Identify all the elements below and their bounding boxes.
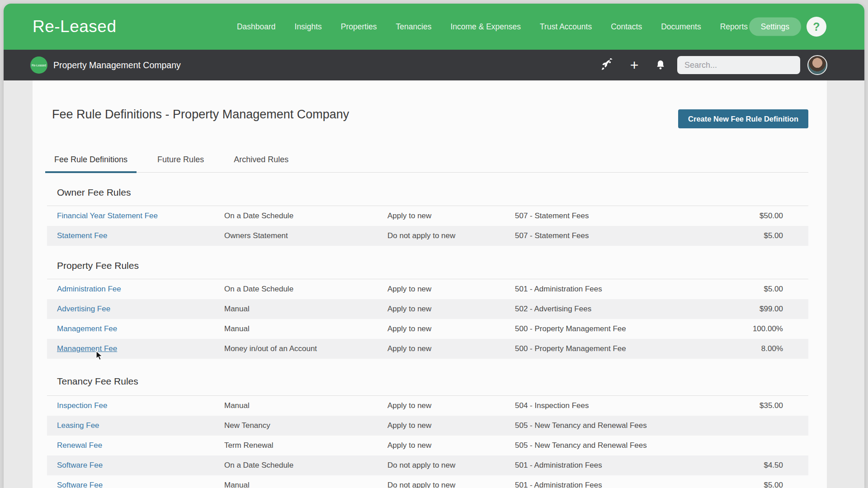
account-cell: 505 - New Tenancy and Renewal Fees [505, 441, 718, 450]
fee-rule-link[interactable]: Management Fee [57, 324, 117, 333]
apply-mode-cell: Apply to new [377, 441, 505, 450]
amount-cell: $99.00 [718, 305, 808, 314]
fee-rule-link[interactable]: Statement Fee [57, 231, 108, 240]
apply-mode-cell: Apply to new [377, 421, 505, 430]
account-cell: 507 - Statement Fees [505, 211, 718, 221]
amount-cell: $5.00 [718, 231, 808, 240]
fee-rule-row: Management FeeMoney in/out of an Account… [47, 339, 808, 359]
fee-rule-row: Inspection FeeManualApply to new504 - In… [47, 396, 808, 416]
nav-item-trust-accounts[interactable]: Trust Accounts [540, 22, 592, 32]
fee-type-cell: New Tenancy [214, 421, 377, 430]
apply-mode-cell: Apply to new [377, 285, 505, 294]
account-cell: 507 - Statement Fees [505, 231, 718, 240]
account-cell: 501 - Administration Fees [505, 461, 718, 470]
fee-rule-link[interactable]: Administration Fee [57, 285, 121, 293]
rocket-icon[interactable] [599, 57, 615, 73]
apply-mode-cell: Do not apply to new [377, 481, 505, 488]
fee-name-cell: Inspection Fee [47, 401, 214, 410]
fee-rule-link[interactable]: Software Fee [57, 461, 103, 469]
fee-rule-link[interactable]: Advertising Fee [57, 305, 110, 313]
nav-item-properties[interactable]: Properties [341, 22, 377, 32]
account-cell: 505 - New Tenancy and Renewal Fees [505, 421, 718, 430]
tab-fee-rule-definitions[interactable]: Fee Rule Definitions [45, 148, 137, 173]
tabs: Fee Rule DefinitionsFuture RulesArchived… [45, 148, 808, 173]
fee-type-cell: On a Date Schedule [214, 285, 377, 294]
help-button[interactable]: ? [807, 17, 826, 37]
create-fee-rule-button[interactable]: Create New Fee Rule Definition [678, 109, 808, 128]
apply-mode-cell: Do not apply to new [377, 231, 505, 240]
account-cell: 504 - Inspection Fees [505, 401, 718, 410]
fee-name-cell: Management Fee [47, 344, 214, 353]
nav-item-insights[interactable]: Insights [295, 22, 322, 32]
apply-mode-cell: Apply to new [377, 344, 505, 353]
amount-cell: $50.00 [718, 211, 808, 221]
tab-archived-rules[interactable]: Archived Rules [225, 148, 297, 173]
fee-rule-row: Financial Year Statement FeeOn a Date Sc… [47, 206, 808, 226]
fee-rule-row: Leasing FeeNew TenancyApply to new505 - … [47, 416, 808, 436]
fee-rule-link[interactable]: Software Fee [57, 481, 103, 488]
fee-rule-row: Software FeeManualDo not apply to new501… [47, 475, 808, 488]
amount-cell: $5.00 [718, 481, 808, 488]
company-name: Property Management Company [53, 60, 181, 70]
fee-rule-row: Administration FeeOn a Date ScheduleAppl… [47, 279, 808, 299]
fee-type-cell: On a Date Schedule [214, 211, 377, 221]
nav-item-documents[interactable]: Documents [661, 22, 701, 32]
fee-type-cell: Manual [214, 324, 377, 333]
plus-icon[interactable]: + [627, 58, 641, 72]
fee-name-cell: Administration Fee [47, 285, 214, 294]
amount-cell: $4.50 [718, 461, 808, 470]
fee-rule-link[interactable]: Inspection Fee [57, 401, 108, 410]
section-header-owner-fee-rules: Owner Fee Rules [47, 173, 808, 206]
fee-name-cell: Financial Year Statement Fee [47, 211, 214, 221]
org-badge-label: Re-Leased [32, 64, 46, 67]
settings-button[interactable]: Settings [749, 18, 801, 36]
account-cell: 502 - Advertising Fees [505, 305, 718, 314]
nav-item-tenancies[interactable]: Tenancies [396, 22, 432, 32]
section-header-tenancy-fee-rules: Tenancy Fee Rules [47, 359, 808, 396]
fee-name-cell: Management Fee [47, 324, 214, 333]
section-header-property-fee-rules: Property Fee Rules [47, 246, 808, 279]
primary-nav-bar: Re-Leased DashboardInsightsPropertiesTen… [4, 4, 864, 50]
fee-rules-table: Owner Fee RulesFinancial Year Statement … [47, 173, 808, 488]
fee-name-cell: Software Fee [47, 481, 214, 488]
fee-rule-link[interactable]: Leasing Fee [57, 421, 99, 430]
fee-type-cell: On a Date Schedule [214, 461, 377, 470]
account-cell: 500 - Property Management Fee [505, 344, 718, 353]
content-area: Fee Rule Definitions - Property Manageme… [4, 80, 864, 488]
page-card: Fee Rule Definitions - Property Manageme… [33, 80, 827, 488]
fee-rule-link[interactable]: Financial Year Statement Fee [57, 211, 158, 220]
fee-rule-row: Software FeeOn a Date ScheduleDo not app… [47, 455, 808, 475]
nav-item-dashboard[interactable]: Dashboard [237, 22, 276, 32]
fee-type-cell: Owners Statement [214, 231, 377, 240]
nav-item-income-expenses[interactable]: Income & Expenses [450, 22, 521, 32]
org-logo-badge[interactable]: Re-Leased [30, 56, 47, 74]
fee-name-cell: Leasing Fee [47, 421, 214, 430]
fee-rule-row: Advertising FeeManualApply to new502 - A… [47, 299, 808, 319]
search-input[interactable] [677, 56, 800, 74]
tab-future-rules[interactable]: Future Rules [148, 148, 213, 173]
apply-mode-cell: Apply to new [377, 211, 505, 221]
fee-name-cell: Renewal Fee [47, 441, 214, 450]
bell-icon[interactable] [654, 58, 667, 72]
apply-mode-cell: Apply to new [377, 401, 505, 410]
fee-rule-link[interactable]: Renewal Fee [57, 441, 102, 450]
amount-cell: 8.00% [718, 344, 808, 353]
org-bar: Re-Leased Property Management Company + [4, 50, 864, 80]
fee-rule-row: Renewal FeeTerm RenewalApply to new505 -… [47, 436, 808, 455]
amount-cell: $5.00 [718, 285, 808, 294]
fee-name-cell: Software Fee [47, 461, 214, 470]
fee-rule-link[interactable]: Management Fee [57, 344, 117, 353]
fee-type-cell: Manual [214, 481, 377, 488]
apply-mode-cell: Apply to new [377, 305, 505, 314]
nav-item-contacts[interactable]: Contacts [611, 22, 642, 32]
brand-logo[interactable]: Re-Leased [33, 17, 117, 36]
account-cell: 501 - Administration Fees [505, 481, 718, 488]
user-avatar[interactable] [807, 55, 827, 75]
question-mark-icon: ? [813, 20, 820, 33]
apply-mode-cell: Do not apply to new [377, 461, 505, 470]
fee-type-cell: Money in/out of an Account [214, 344, 377, 353]
main-nav: DashboardInsightsPropertiesTenanciesInco… [237, 4, 748, 50]
nav-item-reports[interactable]: Reports [720, 22, 748, 32]
fee-name-cell: Statement Fee [47, 231, 214, 240]
account-cell: 501 - Administration Fees [505, 285, 718, 294]
